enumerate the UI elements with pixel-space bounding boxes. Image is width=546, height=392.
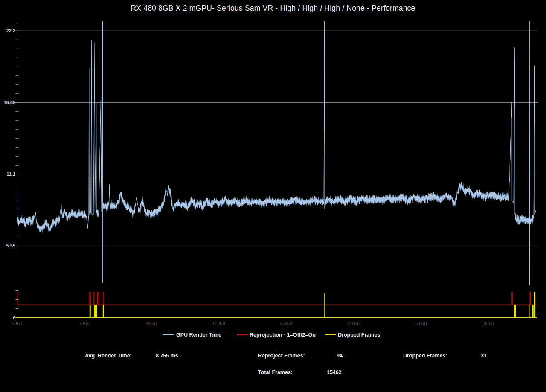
svg-text:0: 0 [13,315,15,320]
avg-render-time-label: Avg. Render Time: [85,353,132,359]
svg-text:11868: 11868 [212,321,225,326]
reproject-frames-value: 94 [337,353,343,359]
legend-label: Dropped Frames [338,332,380,338]
svg-text:5868: 5868 [12,321,22,326]
legend-line-swatch-red [237,334,248,335]
svg-text:16.65: 16.65 [3,100,15,105]
total-frames-label: Total Frames: [258,369,293,375]
svg-text:11.1: 11.1 [6,171,15,177]
performance-chart-screen: RX 480 8GB X 2 mGPU- Serious Sam VR - Hi… [0,0,546,392]
dropped-frames-value: 31 [481,353,487,359]
dropped-frames-label: Dropped Frames: [403,353,447,359]
legend-item-dropped-frames: Dropped Frames [325,331,380,339]
svg-text:19868: 19868 [481,321,494,326]
svg-text:7868: 7868 [79,321,89,326]
svg-text:9868: 9868 [146,321,157,326]
svg-text:22.2: 22.2 [6,28,15,33]
legend-label: Reprojection - 1=Off/2=On [250,332,316,338]
svg-text:15868: 15868 [346,321,360,326]
total-frames-value: 15462 [327,369,342,375]
svg-text:13868: 13868 [279,321,293,326]
svg-text:17868: 17868 [414,321,427,326]
legend-item-reprojection: Reprojection - 1=Off/2=On [237,331,316,339]
svg-text:5.55: 5.55 [6,243,15,248]
legend-line-swatch-blue [163,334,174,335]
avg-render-time-value: 8.755 ms [156,353,178,359]
legend-item-gpu-render-time: GPU Render Time [163,331,221,339]
reproject-frames-label: Reproject Frames: [258,353,305,359]
legend-label: GPU Render Time [176,332,221,338]
legend-line-swatch-yellow [325,334,336,335]
